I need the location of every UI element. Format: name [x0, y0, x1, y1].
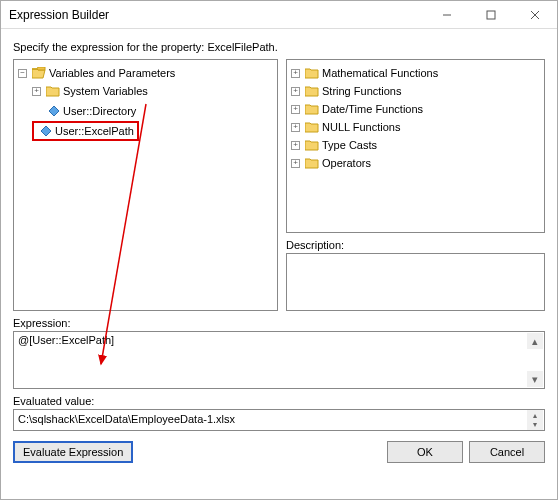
minimize-button[interactable]: [425, 1, 469, 28]
variable-icon: [48, 105, 60, 117]
svg-marker-9: [305, 69, 318, 78]
folder-icon: [305, 85, 319, 97]
expand-icon[interactable]: +: [291, 87, 300, 96]
svg-rect-1: [487, 11, 495, 19]
tree-item-user-directory[interactable]: User::Directory: [32, 103, 136, 119]
scroll-up-icon[interactable]: ▴: [527, 333, 543, 349]
evaluated-label: Evaluated value:: [13, 395, 545, 407]
tree-panes: − Variables and Parameters + System Vari…: [13, 59, 545, 311]
folder-icon: [305, 139, 319, 151]
svg-marker-11: [305, 105, 318, 114]
tree-item-null[interactable]: +NULL Functions: [291, 119, 400, 135]
functions-tree[interactable]: +Mathematical Functions +String Function…: [286, 59, 545, 233]
tree-root[interactable]: − Variables and Parameters: [18, 65, 175, 81]
expression-label: Expression:: [13, 317, 545, 329]
svg-marker-14: [305, 159, 318, 168]
maximize-button[interactable]: [469, 1, 513, 28]
instruction-text: Specify the expression for the property:…: [13, 41, 545, 53]
tree-item-label: NULL Functions: [322, 119, 400, 135]
expand-icon[interactable]: +: [291, 69, 300, 78]
tree-item-label: Mathematical Functions: [322, 65, 438, 81]
expand-icon[interactable]: +: [32, 87, 41, 96]
folder-icon: [305, 157, 319, 169]
tree-item-label: String Functions: [322, 83, 401, 99]
expression-value: @[User::ExcelPath]: [18, 334, 114, 346]
variable-icon: [40, 125, 52, 137]
svg-marker-8: [41, 126, 51, 136]
description-label: Description:: [286, 239, 545, 251]
tree-item-label: Type Casts: [322, 137, 377, 153]
expand-icon[interactable]: +: [291, 141, 300, 150]
tree-item-typecasts[interactable]: +Type Casts: [291, 137, 377, 153]
expression-input[interactable]: @[User::ExcelPath] ▴ ▾: [13, 331, 545, 389]
expand-icon[interactable]: +: [291, 159, 300, 168]
tree-item-label: Operators: [322, 155, 371, 171]
window-title: Expression Builder: [9, 8, 425, 22]
tree-item-math[interactable]: +Mathematical Functions: [291, 65, 438, 81]
svg-marker-12: [305, 123, 318, 132]
tree-item-label: User::ExcelPath: [55, 123, 134, 139]
cancel-button[interactable]: Cancel: [469, 441, 545, 463]
variables-tree[interactable]: − Variables and Parameters + System Vari…: [13, 59, 278, 311]
scroll-down-icon[interactable]: ▾: [527, 371, 543, 387]
tree-root-label: Variables and Parameters: [49, 65, 175, 81]
evaluated-value-box: C:\sqlshack\ExcelData\EmployeeData-1.xls…: [13, 409, 545, 431]
folder-icon: [305, 103, 319, 115]
expression-builder-window: Expression Builder Specify the expressio…: [0, 0, 558, 500]
folder-icon: [46, 85, 60, 97]
folder-icon: [305, 121, 319, 133]
close-button[interactable]: [513, 1, 557, 28]
tree-item-system-variables[interactable]: + System Variables: [32, 83, 148, 99]
description-box: [286, 253, 545, 311]
button-row: Evaluate Expression OK Cancel: [13, 441, 545, 463]
evaluate-expression-button[interactable]: Evaluate Expression: [13, 441, 133, 463]
svg-marker-7: [49, 106, 59, 116]
scroll-down-icon[interactable]: ▾: [527, 419, 543, 430]
tree-item-label: Date/Time Functions: [322, 101, 423, 117]
svg-marker-13: [305, 141, 318, 150]
right-pane: +Mathematical Functions +String Function…: [286, 59, 545, 311]
tree-item-string[interactable]: +String Functions: [291, 83, 401, 99]
collapse-icon[interactable]: −: [18, 69, 27, 78]
ok-button[interactable]: OK: [387, 441, 463, 463]
folder-icon: [305, 67, 319, 79]
svg-marker-10: [305, 87, 318, 96]
svg-marker-6: [46, 87, 59, 96]
titlebar: Expression Builder: [1, 1, 557, 29]
expand-icon[interactable]: +: [291, 123, 300, 132]
tree-item-label: System Variables: [63, 83, 148, 99]
open-folder-icon: [32, 67, 46, 79]
content-area: Specify the expression for the property:…: [1, 29, 557, 499]
tree-item-operators[interactable]: +Operators: [291, 155, 371, 171]
tree-item-user-excelpath[interactable]: User::ExcelPath: [32, 121, 139, 141]
evaluated-value: C:\sqlshack\ExcelData\EmployeeData-1.xls…: [18, 413, 235, 425]
tree-item-label: User::Directory: [63, 103, 136, 119]
expand-icon[interactable]: +: [291, 105, 300, 114]
tree-item-datetime[interactable]: +Date/Time Functions: [291, 101, 423, 117]
